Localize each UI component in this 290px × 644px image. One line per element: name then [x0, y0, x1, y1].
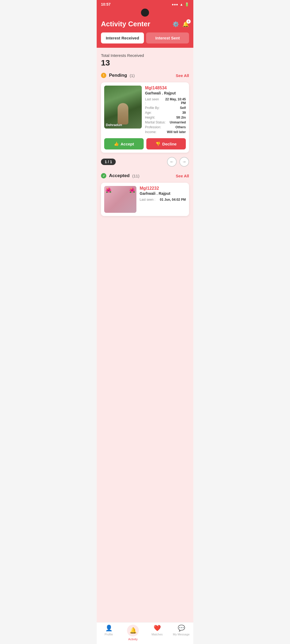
marital-value: Unmarried: [170, 120, 186, 124]
activity-nav-icon: 🔔: [129, 627, 137, 634]
accepted-count: (11): [132, 174, 140, 178]
accepted-lastseen-value: 01 Jun, 04:02 PM: [160, 198, 186, 202]
info-row-height: Height: 5ft 2in: [145, 116, 186, 119]
accepted-info-row-lastseen: Last seen : 01 Jun, 04:02 PM: [140, 198, 186, 202]
accepted-see-all[interactable]: See All: [176, 174, 189, 178]
profile-nav-label: Profile: [104, 633, 113, 636]
tab-row: Interest Received Interest Sent: [97, 32, 193, 48]
main-content: Total Interests Received 13 ! Pending (1…: [97, 48, 193, 644]
accepted-profile-id[interactable]: Mgl12232: [140, 186, 186, 191]
info-row-profileby: Profile By: Self: [145, 106, 186, 110]
profession-value: Others: [175, 125, 186, 129]
next-arrow-button[interactable]: →: [179, 157, 189, 167]
bottom-nav: 👤 Profile 🔔 Activity ❤️ Matches 💬 My Mes…: [97, 622, 193, 644]
profile-location: Garhwali . Rajput: [145, 91, 186, 95]
age-label: Age:: [145, 111, 152, 115]
accept-button[interactable]: 👍 Accept: [104, 138, 144, 149]
exclamation-icon: !: [103, 74, 104, 77]
pagination: 1 / 1 ← →: [97, 155, 193, 171]
accepted-profile-info: Mgl12232 Garhwali . Rajput Last seen : 0…: [140, 186, 186, 213]
notification-badge: 0: [186, 19, 191, 24]
header-icons: ⚙️ 🔔 0: [172, 21, 189, 27]
profile-id[interactable]: Mgl148534: [145, 86, 186, 90]
checkmark-icon: ✓: [103, 174, 105, 178]
nav-item-profile[interactable]: 👤 Profile: [97, 625, 121, 641]
accepted-profile-card: 🌺 🌺 Mgl12232 Garhwali . Rajput Last seen…: [101, 183, 189, 216]
height-value: 5ft 2in: [176, 116, 186, 119]
pending-section-left: ! Pending (1): [101, 73, 135, 78]
income-value: Will tell later: [167, 130, 186, 134]
pending-profile-card: Dehradun Mgl148534 Garhwali . Rajput Las…: [101, 82, 189, 153]
status-bar: 10:57 ●●● ▲ 🔋: [97, 0, 193, 9]
accepted-lastseen-label: Last seen :: [140, 198, 155, 202]
thumbsup-icon: 👍: [114, 141, 119, 146]
info-row-lastseen: Last seen : 22 May, 10:45 PM: [145, 97, 186, 105]
profile-photo: Dehradun: [104, 86, 142, 129]
total-interests-section: Total Interests Received 13: [97, 48, 193, 71]
profession-label: Profession:: [145, 125, 161, 129]
status-time: 10:57: [101, 2, 111, 6]
page-arrows: ← →: [167, 157, 189, 167]
nav-item-activity[interactable]: 🔔 Activity: [121, 625, 145, 641]
profileby-label: Profile By:: [145, 106, 160, 110]
accepted-section-left: ✓ Accepted (11): [101, 173, 139, 178]
pending-count: (1): [130, 73, 135, 78]
pending-indicator: !: [101, 73, 106, 78]
city-label: Dehradun: [106, 123, 122, 127]
gear-icon: ⚙️: [172, 21, 179, 27]
profile-info: Mgl148534 Garhwali . Rajput Last seen : …: [145, 86, 186, 135]
tab-interest-sent[interactable]: Interest Sent: [146, 32, 189, 43]
lastseen-value: 22 May, 10:45 PM: [160, 97, 186, 105]
lastseen-label: Last seen :: [145, 97, 160, 105]
pending-section-header: ! Pending (1) See All: [97, 71, 193, 80]
camera-notch: [141, 9, 149, 17]
tab-interest-received[interactable]: Interest Received: [101, 32, 144, 43]
profile-photo-wrap: Dehradun: [104, 86, 142, 135]
notch-area: [97, 9, 193, 18]
accepted-indicator: ✓: [101, 173, 106, 178]
battery-icon: 🔋: [185, 2, 189, 6]
total-interests-label: Total Interests Received: [101, 53, 189, 58]
status-icons: ●●● ▲ 🔋: [172, 2, 189, 6]
info-row-marital: Marital Status: Unmarried: [145, 120, 186, 124]
pending-title: Pending: [109, 73, 127, 78]
profile-nav-icon: 👤: [105, 625, 113, 632]
page-title: Activity Center: [101, 20, 150, 28]
matches-nav-icon: ❤️: [154, 625, 161, 632]
pending-see-all[interactable]: See All: [176, 73, 189, 78]
card-inner: Dehradun Mgl148534 Garhwali . Rajput Las…: [101, 82, 189, 138]
income-label: Income:: [145, 130, 157, 134]
info-row-age: Age: 39: [145, 111, 186, 115]
age-value: 39: [182, 111, 186, 115]
accepted-profile-location: Garhwali . Rajput: [140, 191, 186, 196]
marital-label: Marital Status:: [145, 120, 166, 124]
height-label: Height:: [145, 116, 155, 119]
decline-button[interactable]: 👎 Decline: [146, 138, 186, 149]
activity-nav-label: Activity: [128, 638, 138, 641]
accepted-profile-photo: 🌺 🌺: [104, 186, 136, 213]
messages-nav-label: My Message: [173, 633, 190, 636]
accepted-title: Accepted: [109, 173, 130, 178]
page-info: 1 / 1: [101, 159, 116, 165]
notifications-button[interactable]: 🔔 0: [182, 21, 189, 27]
messages-nav-icon: 💬: [178, 625, 185, 632]
settings-button[interactable]: ⚙️: [172, 21, 179, 27]
total-interests-count: 13: [101, 58, 189, 67]
nav-item-messages[interactable]: 💬 My Message: [169, 625, 193, 641]
app-header: Activity Center ⚙️ 🔔 0: [97, 18, 193, 32]
activity-nav-circle: 🔔: [127, 625, 139, 636]
prev-arrow-button[interactable]: ←: [167, 157, 177, 167]
info-row-income: Income: Will tell later: [145, 130, 186, 134]
signal-icon: ●●●: [172, 2, 178, 6]
nav-item-matches[interactable]: ❤️ Matches: [145, 625, 169, 641]
info-row-profession: Profession: Others: [145, 125, 186, 129]
matches-nav-label: Matches: [151, 633, 163, 636]
accepted-section-header: ✓ Accepted (11) See All: [97, 171, 193, 181]
profileby-value: Self: [180, 106, 186, 110]
thumbsdown-icon: 👎: [155, 141, 161, 146]
action-buttons: 👍 Accept 👎 Decline: [101, 138, 189, 153]
wifi-icon: ▲: [180, 2, 183, 6]
